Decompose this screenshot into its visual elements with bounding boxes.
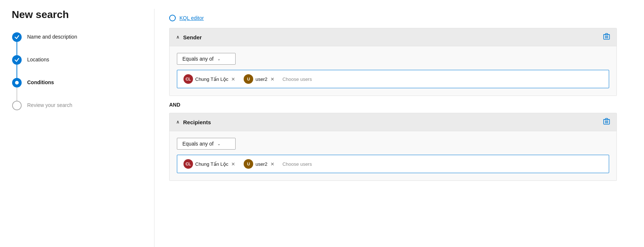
sender-user-chip-cl: CL Chung Tấn Lộc ✕ bbox=[182, 73, 240, 85]
sender-avatar-cl: CL bbox=[183, 74, 193, 84]
sidebar: New search Name and description bbox=[0, 9, 154, 247]
sender-chip-close-cl[interactable]: ✕ bbox=[230, 76, 236, 82]
recipients-choose-placeholder[interactable]: Choose users bbox=[281, 161, 312, 167]
sender-section-body: Equals any of ⌄ CL Chung Tấn Lộc ✕ bbox=[170, 46, 616, 96]
step-label-conditions: Conditions bbox=[27, 78, 54, 86]
recipients-delete-icon[interactable] bbox=[603, 118, 610, 126]
recipients-dropdown[interactable]: Equals any of ⌄ bbox=[177, 138, 236, 150]
sender-dropdown-chevron-icon: ⌄ bbox=[217, 57, 221, 61]
step-item-review: Review your search bbox=[12, 101, 142, 110]
recipients-header-left: ∧ Recipients bbox=[176, 119, 211, 125]
page-title: New search bbox=[12, 9, 142, 21]
and-label: AND bbox=[169, 96, 617, 113]
recipients-section-body: Equals any of ⌄ CL Chung Tấn Lộc ✕ bbox=[170, 131, 616, 180]
step-item-locations: Locations bbox=[12, 55, 142, 78]
sender-chevron-up-icon[interactable]: ∧ bbox=[176, 35, 179, 40]
step-line-2 bbox=[17, 65, 17, 78]
sender-choose-placeholder[interactable]: Choose users bbox=[281, 76, 312, 82]
step-label-name-description: Name and description bbox=[27, 32, 77, 41]
step-circle-name-description bbox=[12, 32, 22, 42]
step-item-name-description: Name and description bbox=[12, 32, 142, 55]
recipients-chip-name-cl: Chung Tấn Lộc bbox=[195, 161, 228, 167]
sender-users-input[interactable]: CL Chung Tấn Lộc ✕ U user2 ✕ Choose user… bbox=[177, 70, 609, 88]
sender-title: Sender bbox=[183, 34, 202, 40]
step-circle-review bbox=[12, 101, 22, 110]
sender-chip-name-u2: user2 bbox=[255, 76, 268, 82]
recipients-dropdown-value: Equals any of bbox=[182, 141, 214, 147]
recipients-title: Recipients bbox=[183, 119, 211, 125]
recipients-section: ∧ Recipients Equals any of ⌄ bbox=[169, 113, 617, 181]
sender-chip-name-cl: Chung Tấn Lộc bbox=[195, 76, 228, 82]
recipients-avatar-u2: U bbox=[244, 159, 253, 169]
step-circle-locations bbox=[12, 55, 22, 65]
kql-radio[interactable] bbox=[169, 15, 176, 21]
sender-user-chip-u2: U user2 ✕ bbox=[242, 73, 279, 85]
sender-dropdown[interactable]: Equals any of ⌄ bbox=[177, 53, 236, 65]
sender-chip-close-u2[interactable]: ✕ bbox=[270, 76, 275, 82]
recipients-user-chip-cl: CL Chung Tấn Lộc ✕ bbox=[182, 158, 240, 170]
step-list: Name and description Locations bbox=[12, 32, 142, 110]
step-circle-conditions bbox=[12, 78, 22, 87]
main-content: KQL editor ∧ Sender Equals any of bbox=[154, 9, 644, 247]
recipients-chip-name-u2: user2 bbox=[255, 161, 268, 167]
sender-delete-icon[interactable] bbox=[603, 33, 610, 42]
step-line-1 bbox=[17, 42, 17, 55]
sender-header-left: ∧ Sender bbox=[176, 34, 202, 40]
kql-editor-label[interactable]: KQL editor bbox=[179, 15, 204, 21]
recipients-users-input[interactable]: CL Chung Tấn Lộc ✕ U user2 ✕ Choose user… bbox=[177, 155, 609, 173]
recipients-chip-close-cl[interactable]: ✕ bbox=[230, 161, 236, 167]
recipients-chevron-up-icon[interactable]: ∧ bbox=[176, 119, 179, 125]
step-item-conditions: Conditions bbox=[12, 78, 142, 101]
recipients-dropdown-chevron-icon: ⌄ bbox=[217, 142, 221, 146]
sender-section-header: ∧ Sender bbox=[170, 28, 616, 46]
recipients-avatar-cl: CL bbox=[183, 159, 193, 169]
sender-dropdown-value: Equals any of bbox=[182, 56, 214, 62]
recipients-section-header: ∧ Recipients bbox=[170, 113, 616, 131]
recipients-user-chip-u2: U user2 ✕ bbox=[242, 158, 279, 170]
step-label-review: Review your search bbox=[27, 101, 72, 109]
recipients-chip-close-u2[interactable]: ✕ bbox=[270, 161, 275, 167]
kql-editor-row: KQL editor bbox=[169, 15, 617, 21]
sender-avatar-u2: U bbox=[244, 74, 253, 84]
sender-section: ∧ Sender Equals any of ⌄ bbox=[169, 28, 617, 96]
step-line-3 bbox=[17, 87, 17, 101]
step-label-locations: Locations bbox=[27, 55, 49, 64]
